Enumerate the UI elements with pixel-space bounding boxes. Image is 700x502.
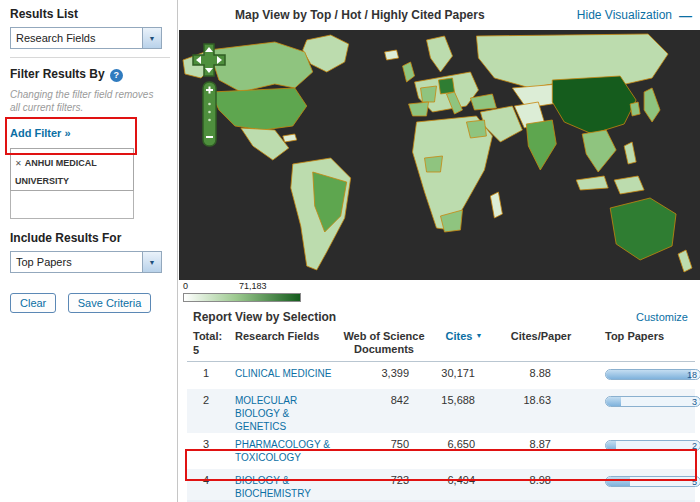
country-egypt [466, 120, 486, 138]
remove-filter-icon[interactable]: ✕ [15, 159, 22, 168]
zoom-tick [208, 119, 211, 122]
col-research-fields: Research Fields [235, 330, 341, 342]
report-table: Total: 5 Research Fields Web of Science … [187, 330, 695, 502]
top-papers-count: 5 [692, 477, 697, 488]
esi-application-window: Results List Research Fields ▼ Filter Re… [0, 0, 700, 502]
top-papers-bar: 3 [605, 396, 700, 407]
country-germany [439, 78, 455, 94]
add-filter-link[interactable]: Add Filter » [10, 127, 71, 139]
top-papers-count: 18 [687, 370, 697, 381]
results-list-value: Research Fields [11, 32, 142, 44]
total-label: Total: [193, 330, 235, 344]
world-map-area [179, 30, 700, 280]
total-cell: Total: 5 [187, 330, 235, 358]
top-papers-count: 2 [692, 441, 697, 452]
table-row: 2 MOLECULAR BIOLOGY & GENETICS 842 15,68… [187, 389, 695, 433]
customize-link[interactable]: Customize [636, 311, 688, 323]
map-zoom-control[interactable] [203, 82, 216, 146]
top-papers-count: 3 [692, 397, 697, 408]
table-row: 3 PHARMACOLOGY & TOXICOLOGY 750 6,650 8.… [187, 433, 695, 469]
zoom-out-icon[interactable] [206, 136, 213, 138]
minimize-icon[interactable]: — [679, 8, 692, 23]
sort-desc-icon: ▼ [476, 332, 483, 339]
world-choropleth-map[interactable] [179, 30, 700, 280]
top-papers-bar: 5 [605, 476, 700, 487]
col-cites-per-paper: Cites/Paper [501, 330, 581, 343]
col-cites: Cites ▼ [427, 330, 501, 343]
zoom-tick [208, 103, 211, 106]
country-korea [630, 102, 640, 116]
legend-max-label: 71,183 [239, 281, 267, 291]
country-nigeria [425, 156, 443, 172]
filter-note-text: Changing the filter field removes all cu… [10, 88, 162, 114]
filter-empty-box [10, 191, 134, 219]
row-cites-per-paper: 8.98 [501, 469, 581, 486]
include-results-heading: Include Results For [10, 231, 177, 245]
zoom-tick [208, 111, 211, 114]
chevron-down-icon: ▼ [142, 28, 161, 48]
row-rank: 3 [187, 433, 235, 450]
report-view-header: Report View by Selection Customize [179, 304, 700, 330]
row-docs: 3,399 [341, 362, 427, 379]
row-cites-per-paper: 8.88 [501, 362, 581, 379]
top-papers-bar-fill [606, 370, 691, 379]
zoom-in-icon-vertical[interactable] [209, 87, 211, 94]
top-papers-bar: 2 [605, 440, 700, 451]
hide-visualization-link[interactable]: Hide Visualization [577, 8, 672, 22]
top-papers-bar-fill [606, 397, 621, 406]
row-cites-per-paper: 8.87 [501, 433, 581, 450]
map-navigation-controls[interactable] [189, 42, 229, 154]
active-filter-box: ✕ANHUI MEDICAL UNIVERSITY [10, 148, 134, 191]
row-rank: 2 [187, 389, 235, 406]
row-docs: 723 [341, 469, 427, 486]
country-france [421, 86, 437, 102]
legend-gradient-bar [183, 293, 301, 302]
col-top-papers: Top Papers [581, 330, 695, 342]
table-row-highlighted: 4 BIOLOGY & BIOCHEMISTRY 723 6,494 8.98 … [187, 469, 695, 500]
divider [10, 57, 170, 58]
save-criteria-button[interactable]: Save Criteria [68, 293, 152, 313]
results-list-heading: Results List [10, 7, 177, 21]
field-link[interactable]: BIOLOGY & BIOCHEMISTRY [235, 474, 335, 500]
sidebar: Results List Research Fields ▼ Filter Re… [0, 0, 178, 502]
legend-min-label: 0 [183, 281, 188, 291]
filter-results-heading: Filter Results By? [10, 67, 177, 82]
field-link[interactable]: CLINICAL MEDICINE [235, 367, 331, 380]
table-header-row: Total: 5 Research Fields Web of Science … [187, 330, 695, 362]
filter-results-label: Filter Results By [10, 67, 105, 81]
sidebar-buttons: Clear Save Criteria [10, 293, 177, 313]
map-view-title: Map View by Top / Hot / Highly Cited Pap… [235, 8, 485, 22]
active-filter-label: ANHUI MEDICAL UNIVERSITY [15, 158, 97, 186]
field-link[interactable]: PHARMACOLOGY & TOXICOLOGY [235, 438, 335, 464]
map-legend: 0 71,183 [179, 280, 700, 304]
field-link[interactable]: MOLECULAR BIOLOGY & GENETICS [235, 394, 335, 433]
row-docs: 842 [341, 389, 427, 406]
row-docs: 750 [341, 433, 427, 450]
country-iceland [385, 50, 399, 60]
include-results-value: Top Papers [11, 256, 142, 268]
help-icon[interactable]: ? [110, 69, 123, 82]
row-cites: 15,688 [427, 389, 501, 406]
top-papers-bar: 18 [605, 369, 700, 380]
row-rank: 4 [187, 469, 235, 486]
clear-button[interactable]: Clear [10, 293, 56, 313]
total-value: 5 [193, 344, 235, 358]
row-rank: 1 [187, 362, 235, 379]
top-papers-bar-fill [606, 477, 630, 486]
results-list-select[interactable]: Research Fields ▼ [10, 27, 162, 49]
table-row: 1 CLINICAL MEDICINE 3,399 30,171 8.88 18 [187, 362, 695, 389]
map-pan-control[interactable] [193, 44, 225, 76]
country-spain [409, 102, 429, 116]
top-papers-bar-fill [606, 441, 616, 450]
chevron-down-icon: ▼ [142, 252, 161, 272]
map-view-header: Map View by Top / Hot / Highly Cited Pap… [179, 0, 700, 30]
col-wos-documents: Web of Science Documents [341, 330, 427, 355]
row-cites: 6,494 [427, 469, 501, 486]
row-cites: 30,171 [427, 362, 501, 379]
row-cites-per-paper: 18.63 [501, 389, 581, 406]
include-results-select[interactable]: Top Papers ▼ [10, 251, 162, 273]
report-view-title: Report View by Selection [193, 310, 336, 324]
row-cites: 6,650 [427, 433, 501, 450]
cites-sort-link[interactable]: Cites ▼ [446, 330, 483, 342]
main-panel: Map View by Top / Hot / Highly Cited Pap… [179, 0, 700, 502]
